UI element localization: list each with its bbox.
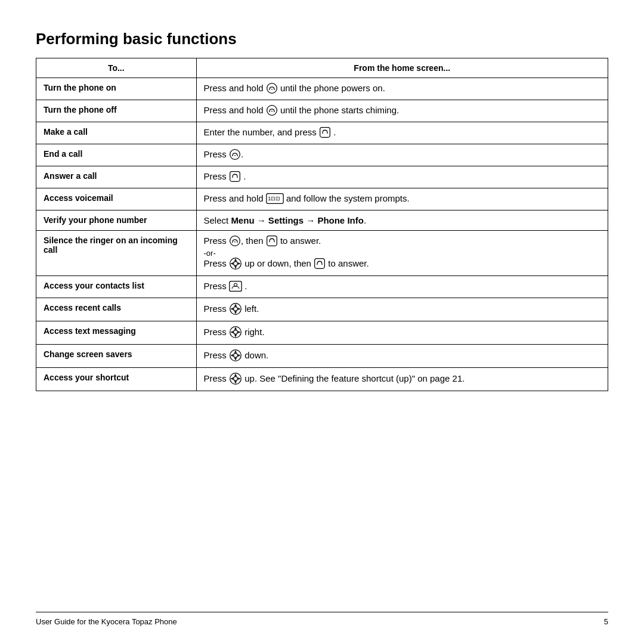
send-key-icon xyxy=(266,235,278,247)
description-cell: Select Menu → Settings → Phone Info. xyxy=(196,210,608,231)
svg-marker-48 xyxy=(231,331,233,333)
action-cell: Turn the phone off xyxy=(36,100,197,122)
svg-line-17 xyxy=(237,175,237,178)
svg-point-7 xyxy=(271,111,273,112)
svg-marker-59 xyxy=(234,381,237,383)
svg-marker-29 xyxy=(234,259,237,261)
page-title: Performing basic functions xyxy=(36,30,608,48)
table-row: Turn the phone off Press and hold until … xyxy=(36,100,608,122)
action-cell: Access your shortcut xyxy=(36,368,197,391)
table-row: End a call Press . xyxy=(36,144,608,166)
svg-line-9 xyxy=(323,131,323,134)
contacts-key-icon xyxy=(229,280,242,292)
table-row: Answer a call Press . xyxy=(36,166,608,188)
svg-marker-46 xyxy=(234,327,237,330)
send-key-icon xyxy=(319,126,331,138)
svg-point-11 xyxy=(230,150,240,160)
table-row: Access recent calls Press left. xyxy=(36,298,608,321)
table-row: Silence the ringer on an incoming call P… xyxy=(36,231,608,276)
action-cell: Answer a call xyxy=(36,166,197,188)
svg-marker-47 xyxy=(234,335,237,337)
svg-marker-55 xyxy=(238,354,240,357)
page-footer: User Guide for the Kyocera Topaz Phone 5 xyxy=(36,612,608,626)
svg-marker-42 xyxy=(231,308,233,310)
svg-line-6 xyxy=(274,110,274,112)
voicemail-key-icon: 1⊡⊡ xyxy=(266,193,284,205)
send-key-icon xyxy=(229,171,241,182)
svg-marker-31 xyxy=(231,262,233,265)
end-key-icon xyxy=(229,235,241,247)
svg-marker-54 xyxy=(231,354,233,357)
nav-key-icon xyxy=(229,349,242,362)
svg-marker-49 xyxy=(238,331,240,333)
action-cell: Access recent calls xyxy=(36,298,197,321)
svg-point-57 xyxy=(234,377,238,381)
description-cell: Press , then to answer. -or- Press up or… xyxy=(196,231,608,276)
svg-marker-53 xyxy=(234,358,237,360)
description-cell: Press up. See "Defining the feature shor… xyxy=(196,368,608,391)
svg-marker-41 xyxy=(234,311,237,314)
table-header-row: To... From the home screen... xyxy=(36,58,608,78)
svg-line-35 xyxy=(321,262,322,265)
end-key-icon xyxy=(266,82,278,94)
svg-marker-40 xyxy=(234,304,237,306)
svg-rect-15 xyxy=(230,172,240,182)
description-cell: Press down. xyxy=(196,345,608,368)
svg-rect-33 xyxy=(315,259,325,269)
svg-point-0 xyxy=(267,83,277,94)
footer-right: 5 xyxy=(604,617,608,626)
svg-line-22 xyxy=(237,240,237,242)
table-row: Access text messaging Press right. xyxy=(36,321,608,345)
svg-line-10 xyxy=(327,131,327,134)
action-cell: Silence the ringer on an incoming call xyxy=(36,231,197,276)
svg-marker-60 xyxy=(231,377,233,380)
nav-key-icon xyxy=(229,257,242,270)
table-row: Access your shortcut Press up. See "Defi… xyxy=(36,368,608,391)
functions-table: To... From the home screen... Turn the p… xyxy=(36,58,608,391)
action-cell: Verify your phone number xyxy=(36,210,197,231)
description-cell: Press left. xyxy=(196,298,608,321)
description-cell: Press . xyxy=(196,144,608,166)
end-key-icon xyxy=(266,104,278,116)
description-cell: Enter the number, and press . xyxy=(196,122,608,144)
nav-key-icon xyxy=(229,302,242,315)
svg-line-2 xyxy=(274,88,274,89)
svg-point-45 xyxy=(234,330,238,335)
description-cell: Press and hold until the phone starts ch… xyxy=(196,100,608,122)
svg-line-5 xyxy=(270,110,270,112)
svg-point-3 xyxy=(271,89,273,90)
table-row: Turn the phone on Press and hold until t… xyxy=(36,78,608,100)
table-row: Verify your phone number Select Menu → S… xyxy=(36,210,608,231)
description-cell: Press right. xyxy=(196,321,608,345)
nav-key-icon xyxy=(229,372,242,385)
svg-point-14 xyxy=(234,155,236,156)
table-row: Access your contacts list Press . xyxy=(36,276,608,298)
page-container: Performing basic functions To... From th… xyxy=(0,0,644,644)
svg-line-1 xyxy=(270,88,270,89)
action-cell: Access text messaging xyxy=(36,321,197,345)
svg-text:1⊡⊡: 1⊡⊡ xyxy=(268,196,280,202)
svg-line-26 xyxy=(274,240,274,242)
action-cell: Turn the phone on xyxy=(36,78,197,100)
send-key-icon xyxy=(314,258,326,270)
svg-line-16 xyxy=(233,175,233,178)
svg-marker-32 xyxy=(238,262,240,265)
action-cell: Access voicemail xyxy=(36,188,197,210)
svg-line-21 xyxy=(233,240,233,242)
svg-point-51 xyxy=(234,354,238,358)
table-row: Make a call Enter the number, and press … xyxy=(36,122,608,144)
end-key-icon xyxy=(229,148,241,160)
svg-marker-52 xyxy=(234,351,237,353)
svg-point-20 xyxy=(230,236,240,246)
table-row: Access voicemail Press and hold 1⊡⊡ and … xyxy=(36,188,608,210)
svg-point-23 xyxy=(234,242,236,243)
footer-left: User Guide for the Kyocera Topaz Phone xyxy=(36,617,177,626)
svg-point-4 xyxy=(267,106,277,116)
description-cell: Press . xyxy=(196,166,608,188)
action-cell: Make a call xyxy=(36,122,197,144)
col-action-header: To... xyxy=(36,58,197,78)
col-description-header: From the home screen... xyxy=(196,58,608,78)
description-cell: Press . xyxy=(196,276,608,298)
description-cell: Press and hold until the phone powers on… xyxy=(196,78,608,100)
svg-rect-8 xyxy=(320,128,330,138)
